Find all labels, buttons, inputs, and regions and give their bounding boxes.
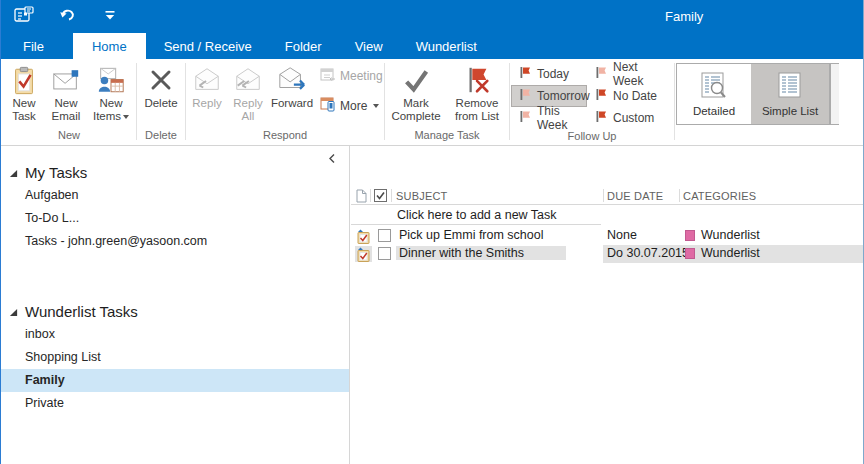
task-subject: Dinner with the Smiths bbox=[396, 246, 566, 260]
flag-icon bbox=[595, 110, 607, 126]
ribbon-divider bbox=[384, 63, 385, 140]
add-new-task-row[interactable]: Click here to add a new Task bbox=[351, 206, 863, 224]
tab-wunderlist[interactable]: Wunderlist bbox=[401, 33, 492, 59]
add-new-task-label: Click here to add a new Task bbox=[397, 208, 557, 222]
followup-custom-button[interactable]: Custom bbox=[587, 107, 673, 129]
column-header-subject[interactable]: SUBJECT bbox=[396, 190, 448, 202]
group-label-delete: Delete bbox=[138, 128, 184, 145]
task-category: Wunderlist bbox=[701, 246, 760, 260]
task-item-icon bbox=[355, 246, 372, 262]
sidebar-item-tasks-account[interactable]: Tasks - john.green@yasoon.com bbox=[1, 230, 349, 253]
followup-this-week-button[interactable]: This Week bbox=[511, 107, 587, 129]
current-view-gallery: Detailed bbox=[676, 63, 830, 125]
column-header-due-date[interactable]: DUE DATE bbox=[607, 190, 663, 202]
more-button[interactable]: More bbox=[317, 97, 383, 115]
tab-folder[interactable]: Folder bbox=[270, 33, 337, 59]
new-email-icon bbox=[51, 63, 81, 97]
tree-header-wunderlist-tasks[interactable]: Wunderlist Tasks bbox=[1, 299, 349, 323]
task-list-pane: SUBJECT DUE DATE CATEGORIES Click here t… bbox=[351, 146, 863, 464]
ribbon-divider bbox=[136, 63, 137, 140]
column-separator bbox=[370, 189, 371, 202]
titlebar: Family bbox=[1, 0, 863, 33]
task-complete-checkbox[interactable] bbox=[378, 247, 391, 260]
forward-icon bbox=[277, 63, 307, 97]
forward-button[interactable]: Forward bbox=[269, 60, 315, 110]
tasks-view-icon bbox=[14, 6, 34, 27]
sidebar-item-family[interactable]: Family bbox=[1, 369, 349, 392]
group-label-new: New bbox=[3, 128, 135, 145]
undo-button[interactable] bbox=[56, 5, 78, 27]
new-items-icon bbox=[96, 63, 126, 97]
tree-expanded-icon[interactable] bbox=[9, 164, 18, 181]
task-due-date: None bbox=[607, 228, 637, 242]
sidebar-item-inbox[interactable]: inbox bbox=[1, 323, 349, 346]
dropdown-arrow-icon bbox=[123, 115, 129, 119]
new-email-button[interactable]: NewEmail bbox=[45, 60, 87, 123]
sidebar-item-private[interactable]: Private bbox=[1, 392, 349, 415]
flag-icon bbox=[519, 110, 531, 126]
column-separator bbox=[391, 189, 392, 202]
reply-all-button[interactable]: ReplyAll bbox=[227, 60, 269, 123]
outlook-window: Family File Home Send / Receive Folder V… bbox=[0, 0, 864, 464]
remove-from-list-button[interactable]: Removefrom List bbox=[446, 60, 508, 123]
task-row[interactable]: Dinner with the Smiths Do 30.07.2015 Wun… bbox=[351, 245, 863, 263]
flag-icon bbox=[519, 88, 531, 104]
sidebar-item-shopping-list[interactable]: Shopping List bbox=[1, 346, 349, 369]
column-separator[interactable] bbox=[679, 189, 680, 202]
checkbox-column-icon[interactable] bbox=[374, 189, 387, 204]
ribbon-group-respond: Reply ReplyAll bbox=[187, 60, 383, 145]
ribbon: NewTask NewEmail bbox=[1, 59, 863, 146]
meeting-button[interactable]: Meeting bbox=[317, 67, 383, 85]
task-row[interactable]: Pick up Emmi from school None Wunderlist bbox=[351, 227, 863, 245]
category-color-swatch bbox=[685, 248, 695, 259]
add-row-underline bbox=[351, 224, 601, 225]
window-title: Family bbox=[665, 9, 703, 24]
tree-header-my-tasks[interactable]: My Tasks bbox=[1, 160, 349, 184]
task-subject: Pick up Emmi from school bbox=[396, 228, 546, 242]
mark-complete-button[interactable]: MarkComplete bbox=[386, 60, 446, 123]
page-icon[interactable] bbox=[356, 189, 367, 205]
column-separator[interactable] bbox=[603, 189, 604, 202]
column-header-categories[interactable]: CATEGORIES bbox=[683, 190, 756, 202]
followup-today-button[interactable]: Today bbox=[511, 63, 587, 85]
view-simple-list-button[interactable]: Simple List bbox=[751, 64, 829, 124]
followup-next-week-button[interactable]: Next Week bbox=[587, 63, 673, 85]
undo-icon bbox=[58, 7, 76, 26]
reply-button[interactable]: Reply bbox=[187, 60, 227, 110]
new-items-button[interactable]: NewItems bbox=[87, 60, 135, 123]
folder-pane: My Tasks Aufgaben To-Do L... Tasks - joh… bbox=[1, 146, 350, 464]
mark-complete-icon bbox=[400, 63, 432, 97]
respond-small-buttons: Meeting More bbox=[317, 60, 383, 115]
ribbon-group-new: NewTask NewEmail bbox=[3, 60, 135, 145]
followup-no-date-button[interactable]: No Date bbox=[587, 85, 673, 107]
new-task-button[interactable]: NewTask bbox=[3, 60, 45, 123]
collapse-pane-button[interactable] bbox=[328, 153, 336, 167]
task-category: Wunderlist bbox=[701, 228, 760, 242]
tab-file[interactable]: File bbox=[6, 33, 61, 59]
delete-button[interactable]: Delete bbox=[138, 60, 184, 110]
tab-view[interactable]: View bbox=[340, 33, 398, 59]
ribbon-divider bbox=[509, 63, 510, 140]
group-label-follow-up: Follow Up bbox=[511, 129, 673, 145]
task-due-date: Do 30.07.2015 bbox=[607, 246, 689, 260]
simple-list-view-icon bbox=[776, 72, 804, 102]
task-complete-checkbox[interactable] bbox=[378, 229, 391, 242]
tab-home[interactable]: Home bbox=[73, 33, 146, 59]
task-item-icon bbox=[355, 228, 372, 244]
gallery-scroll-strip[interactable] bbox=[830, 63, 839, 125]
tab-send-receive[interactable]: Send / Receive bbox=[149, 33, 267, 59]
tasks-view-button[interactable] bbox=[13, 5, 35, 27]
customize-qat-button[interactable] bbox=[99, 5, 121, 27]
detailed-view-icon bbox=[700, 72, 728, 102]
meeting-icon bbox=[320, 67, 336, 85]
flag-icon bbox=[519, 66, 531, 82]
ribbon-group-manage-task: MarkComplete Removefrom List Manage Task bbox=[386, 60, 508, 145]
sidebar-item-aufgaben[interactable]: Aufgaben bbox=[1, 184, 349, 207]
tree-expanded-icon[interactable] bbox=[9, 303, 18, 320]
new-task-icon bbox=[9, 63, 39, 97]
customize-qat-icon bbox=[105, 9, 115, 23]
dropdown-arrow-icon bbox=[373, 104, 379, 108]
sidebar-item-todo-list[interactable]: To-Do L... bbox=[1, 207, 349, 230]
view-detailed-button[interactable]: Detailed bbox=[677, 64, 751, 124]
ribbon-divider bbox=[185, 63, 186, 140]
